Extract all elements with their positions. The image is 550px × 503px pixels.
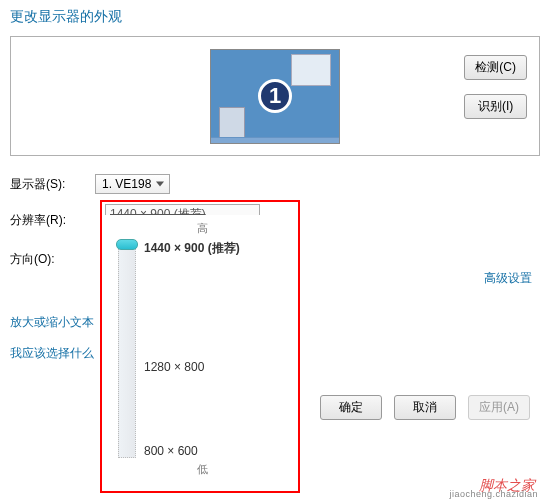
preview-window-icon — [219, 107, 245, 139]
preview-window-icon — [291, 54, 331, 86]
slider-low-label: 低 — [118, 462, 286, 477]
monitor-preview[interactable]: 1 — [210, 49, 340, 144]
resolution-option[interactable]: 800 × 600 — [144, 444, 240, 458]
orientation-label: 方向(O): — [10, 251, 95, 268]
resolution-slider-track[interactable] — [118, 240, 136, 458]
watermark-subtext: jiaocheng.chazidian — [449, 489, 538, 499]
resolution-option[interactable]: 1280 × 800 — [144, 360, 240, 374]
preview-taskbar-icon — [211, 137, 339, 143]
text-size-link[interactable]: 放大或缩小文本 — [10, 314, 94, 331]
page-title: 更改显示器的外观 — [10, 8, 540, 26]
cancel-button[interactable]: 取消 — [394, 395, 456, 420]
display-dropdown[interactable]: 1. VE198 — [95, 174, 170, 194]
resolution-slider-thumb[interactable] — [116, 239, 138, 250]
resolution-popup: 高 1440 × 900 (推荐) 1280 × 800 800 × 600 低 — [104, 215, 296, 487]
what-choose-link[interactable]: 我应该选择什么 — [10, 345, 94, 362]
advanced-settings-link[interactable]: 高级设置 — [484, 270, 532, 287]
apply-button: 应用(A) — [468, 395, 530, 420]
slider-high-label: 高 — [118, 221, 286, 236]
display-preview-box: 1 检测(C) 识别(I) — [10, 36, 540, 156]
monitor-number-badge: 1 — [258, 79, 292, 113]
display-label: 显示器(S): — [10, 176, 95, 193]
ok-button[interactable]: 确定 — [320, 395, 382, 420]
detect-button[interactable]: 检测(C) — [464, 55, 527, 80]
resolution-option[interactable]: 1440 × 900 (推荐) — [144, 240, 240, 257]
resolution-label: 分辨率(R): — [10, 212, 95, 229]
identify-button[interactable]: 识别(I) — [464, 94, 527, 119]
